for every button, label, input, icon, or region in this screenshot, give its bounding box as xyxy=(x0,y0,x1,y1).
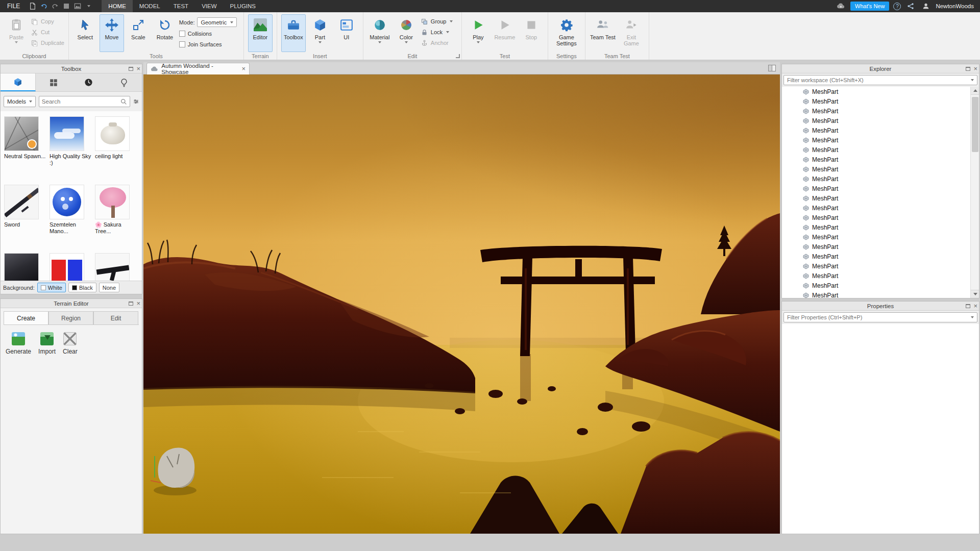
tree-item-meshpart[interactable]: MeshPart xyxy=(782,213,970,222)
filter-sliders-icon[interactable] xyxy=(133,97,139,106)
float-panel-icon[interactable] xyxy=(129,67,133,71)
terrain-editor-button[interactable]: Editor xyxy=(248,14,273,52)
help-icon[interactable]: ? xyxy=(893,3,901,10)
toolbox-button[interactable]: Toolbox xyxy=(281,14,306,52)
tree-item-meshpart[interactable]: MeshPart xyxy=(782,290,970,298)
tree-item-meshpart[interactable]: MeshPart xyxy=(782,135,970,145)
color-swatch-icon[interactable] xyxy=(61,1,71,11)
explorer-filter-input[interactable] xyxy=(787,77,968,83)
toolbox-search[interactable] xyxy=(39,96,130,107)
game-settings-button[interactable]: Game Settings xyxy=(552,14,581,52)
material-button[interactable]: Material xyxy=(368,14,392,52)
tree-item-meshpart[interactable]: MeshPart xyxy=(782,193,970,203)
toolbox-tab-recent-icon[interactable] xyxy=(71,73,106,91)
whats-new-button[interactable]: What's New xyxy=(850,2,889,11)
close-panel-icon[interactable]: × xyxy=(136,66,140,71)
quickbar-caret-icon[interactable] xyxy=(84,1,94,11)
file-menu[interactable]: FILE xyxy=(0,0,27,12)
background-none-button[interactable]: None xyxy=(99,283,119,292)
share-icon[interactable] xyxy=(905,1,916,11)
tree-item-meshpart[interactable]: MeshPart xyxy=(782,106,970,116)
tree-item-meshpart[interactable]: MeshPart xyxy=(782,271,970,281)
toolbox-tab-creations-icon[interactable] xyxy=(106,73,141,91)
join-surfaces-checkbox-row[interactable]: Join Surfaces xyxy=(179,40,239,48)
toolbox-model-card[interactable]: High Quality Sky :) xyxy=(50,116,93,185)
close-panel-icon[interactable]: × xyxy=(136,301,140,306)
toolbox-model-card[interactable]: Sword xyxy=(4,185,47,253)
team-test-button[interactable]: Team Test xyxy=(590,14,616,52)
background-white-button[interactable]: White xyxy=(37,283,66,292)
duplicate-button[interactable]: Duplicate xyxy=(31,39,64,47)
toolbox-tab-marketplace[interactable] xyxy=(1,73,36,91)
toolbox-model-card[interactable]: Neutral Spawn... xyxy=(4,116,47,185)
tree-item-meshpart[interactable]: MeshPart xyxy=(782,126,970,135)
float-panel-icon[interactable] xyxy=(966,67,970,71)
3d-viewport[interactable] xyxy=(143,74,780,534)
background-black-button[interactable]: Black xyxy=(68,283,96,292)
tree-item-meshpart[interactable]: MeshPart xyxy=(782,116,970,126)
publish-cloud-icon[interactable] xyxy=(836,1,846,11)
close-panel-icon[interactable]: × xyxy=(973,304,977,309)
resume-button[interactable]: Resume xyxy=(493,14,517,52)
ui-button[interactable]: UI xyxy=(334,14,359,52)
scrollbar-thumb[interactable] xyxy=(972,97,978,152)
mode-dropdown[interactable]: Geometric xyxy=(197,17,237,27)
properties-filter-input[interactable] xyxy=(787,314,968,320)
scroll-down-icon[interactable] xyxy=(971,290,979,298)
join-surfaces-checkbox[interactable] xyxy=(179,41,185,47)
document-tab[interactable]: Autumn Woodland - Showcase × xyxy=(146,63,250,74)
copy-button[interactable]: Copy xyxy=(31,17,64,26)
import-button[interactable]: Import xyxy=(38,332,56,355)
category-dropdown[interactable]: Models xyxy=(4,96,36,107)
tree-item-meshpart[interactable]: MeshPart xyxy=(782,222,970,232)
close-tab-icon[interactable]: × xyxy=(241,66,246,71)
properties-filter[interactable] xyxy=(783,312,977,322)
toolbox-tab-inventory-icon[interactable] xyxy=(36,73,71,91)
float-panel-icon[interactable] xyxy=(129,302,133,306)
tree-item-meshpart[interactable]: MeshPart xyxy=(782,184,970,193)
tree-item-meshpart[interactable]: MeshPart xyxy=(782,281,970,290)
tree-item-meshpart[interactable]: MeshPart xyxy=(782,145,970,155)
float-panel-icon[interactable] xyxy=(966,304,970,308)
terrain-tab-region[interactable]: Region xyxy=(48,311,93,324)
color-button[interactable]: Color xyxy=(394,14,419,52)
tree-item-meshpart[interactable]: MeshPart xyxy=(782,155,970,164)
anchor-button[interactable]: Anchor xyxy=(421,39,457,47)
lock-button[interactable]: Lock xyxy=(421,28,457,36)
terrain-tab-create[interactable]: Create xyxy=(4,311,48,324)
play-button[interactable]: Play xyxy=(466,14,491,52)
part-button[interactable]: Part xyxy=(308,14,332,52)
tree-item-meshpart[interactable]: MeshPart xyxy=(782,232,970,242)
collisions-checkbox[interactable] xyxy=(179,31,185,37)
tree-item-meshpart[interactable]: MeshPart xyxy=(782,174,970,184)
toolbox-model-card[interactable] xyxy=(95,253,138,281)
explorer-filter[interactable] xyxy=(783,75,977,85)
group-button[interactable]: Group xyxy=(421,17,457,26)
select-tool-button[interactable]: Select xyxy=(73,14,97,52)
tree-item-meshpart[interactable]: MeshPart xyxy=(782,252,970,261)
toolbox-model-card[interactable]: ceiling light xyxy=(95,116,138,185)
stop-button[interactable]: Stop xyxy=(519,14,544,52)
tree-item-meshpart[interactable]: MeshPart xyxy=(782,87,970,96)
tree-item-meshpart[interactable]: MeshPart xyxy=(782,96,970,106)
tree-item-meshpart[interactable]: MeshPart xyxy=(782,242,970,252)
collisions-checkbox-row[interactable]: Collisions xyxy=(179,30,239,38)
username-label[interactable]: NewtonWoods xyxy=(936,3,974,9)
redo-icon[interactable] xyxy=(50,1,60,11)
paste-button[interactable]: Paste xyxy=(4,14,29,52)
close-panel-icon[interactable]: × xyxy=(973,66,977,71)
save-icon[interactable] xyxy=(28,1,38,11)
explorer-scrollbar[interactable] xyxy=(970,87,979,298)
move-tool-button[interactable]: Move xyxy=(100,14,124,52)
toolbox-model-card[interactable]: 🌸 Sakura Tree... xyxy=(95,185,138,253)
undo-icon[interactable] xyxy=(39,1,49,11)
exit-game-button[interactable]: Exit Game xyxy=(618,14,645,52)
generate-button[interactable]: Generate xyxy=(6,332,31,355)
rotate-tool-button[interactable]: Rotate xyxy=(153,14,177,52)
tab-test[interactable]: TEST xyxy=(167,0,195,12)
tab-home[interactable]: HOME xyxy=(102,0,133,12)
tree-item-meshpart[interactable]: MeshPart xyxy=(782,203,970,213)
tab-plugins[interactable]: PLUGINS xyxy=(224,0,263,12)
tree-item-meshpart[interactable]: MeshPart xyxy=(782,261,970,271)
user-avatar-icon[interactable] xyxy=(921,1,931,11)
